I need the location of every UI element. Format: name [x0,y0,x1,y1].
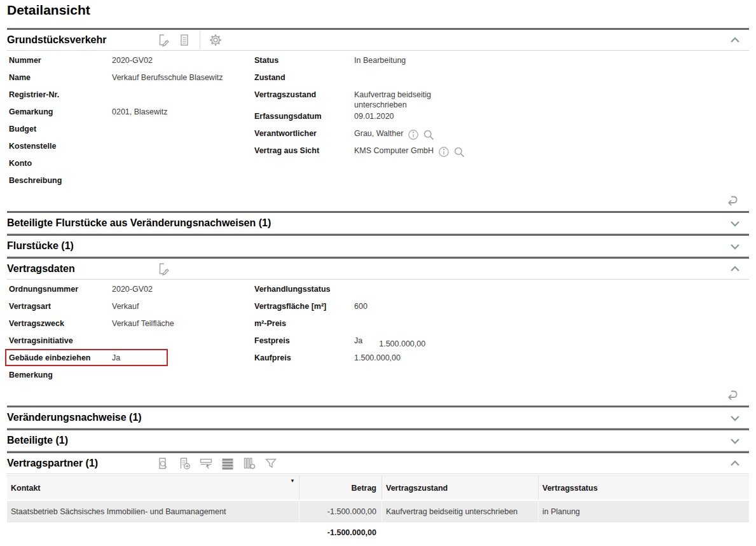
field-label: Bemerkung [9,370,112,380]
field-verhandlungsstatus: Verhandlungsstatus [254,283,749,300]
chevron-down-icon[interactable] [729,434,741,447]
gear-icon[interactable] [209,33,223,47]
document-icon[interactable] [177,33,191,47]
field-value: 09.01.2020 [354,111,394,121]
section-veraenderungsnachweise: Veränderungsnachweise (1) [7,406,749,428]
field-label: Verantwortlicher [254,128,354,139]
select-row-icon[interactable] [199,456,213,470]
section-header-flurstuecke[interactable]: Flurstücke (1) [7,234,749,257]
section-title: Vertragspartner (1) [7,458,98,469]
field-nummer: Nummer2020-GV02 [9,54,254,71]
field-label: Gebäude einbeziehen [9,353,112,363]
undo-arrow-icon[interactable] [725,193,741,207]
cell-vertragszustand: Kaufvertrag beidseitig unterschrieben [381,501,538,522]
column-header-kontakt[interactable]: Kontakt ▼ [7,476,299,500]
column-header-vertragszustand[interactable]: Vertragszustand [381,476,538,500]
chevron-up-icon[interactable] [729,457,741,470]
section-header-beteiligte[interactable]: Beteiligte (1) [7,428,749,451]
sort-desc-icon: ▼ [290,478,295,484]
section-grundstuecksverkehr: Grundstücksverkehr Nummer2020-GV02 NameV… [7,28,749,211]
field-vertragsflaeche: Vertragsfläche [m²]600 [254,300,749,317]
field-kostenstelle: Kostenstelle [9,140,254,157]
filter-icon[interactable] [264,456,278,470]
field-value-amount: 1.500.000,00 [379,339,425,349]
info-icon[interactable] [437,146,450,158]
field-value: In Bearbeitung [354,55,406,65]
field-value: Verkauf [112,301,139,311]
table-header-row: Kontakt ▼ Betrag Vertragszustand Vertrag… [7,475,749,501]
section-flurstuecke-vn: Beteiligte Flurstücke aus Veränderungsna… [7,211,749,234]
field-value: 600 [354,301,368,311]
chevron-up-icon[interactable] [729,34,741,46]
magnifier-icon[interactable] [422,128,435,141]
section-title: Beteiligte (1) [7,435,68,446]
table-row[interactable]: Staatsbetrieb Sächsisches Immobilien- un… [7,501,749,524]
field-bemerkung: Bemerkung [9,369,254,386]
field-ordnungsnummer: Ordnungsnummer2020-GV02 [9,283,254,300]
section-title: Beteiligte Flurstücke aus Veränderungsna… [7,217,271,229]
field-label: Ordnungsnummer [9,284,112,294]
column-header-vertragsstatus[interactable]: Vertragsstatus [538,476,749,500]
field-label: Gemarkung [9,107,112,117]
section-vertragspartner: Vertragspartner (1) Kontakt ▼ Betrag Ver… [7,451,749,539]
field-label: m²-Preis [254,318,354,329]
field-value: Ja [354,336,362,346]
field-konto: Konto [9,157,254,174]
field-label: Vertragsfläche [m²] [254,301,354,311]
magnifier-icon[interactable] [453,146,465,158]
info-icon[interactable] [407,128,420,141]
total-betrag: -1.500.000,00 [299,524,381,539]
total-spacer [7,524,299,539]
field-budget: Budget [9,123,254,140]
field-label: Nummer [9,55,112,65]
cell-vertragsstatus: in Planung [538,501,749,522]
page-export-icon[interactable] [177,456,191,470]
field-label: Kaufpreis [254,353,354,363]
cell-kontakt: Staatsbetrieb Sächsisches Immobilien- un… [7,501,299,522]
field-vertrag-aus-sicht: Vertrag aus Sicht KMS Computer GmbH [254,144,749,161]
field-label: Vertragszustand [254,90,354,100]
field-label: Name [9,72,112,83]
column-header-betrag[interactable]: Betrag [299,476,381,500]
section-header-grundstuecksverkehr[interactable]: Grundstücksverkehr [7,28,749,51]
stacked-rows-icon[interactable] [221,456,235,470]
field-gemarkung: Gemarkung0201, Blasewitz [9,106,254,123]
field-status: StatusIn Bearbeitung [254,54,749,71]
cell-betrag: -1.500.000,00 [299,501,381,522]
section-header-vertragspartner[interactable]: Vertragspartner (1) [7,451,749,474]
field-erfassungsdatum: Erfassungsdatum09.01.2020 [254,110,749,127]
chevron-down-icon[interactable] [729,240,741,252]
field-label: Registrier-Nr. [9,90,112,100]
undo-arrow-icon[interactable] [725,388,741,402]
chevron-up-icon[interactable] [729,263,741,275]
field-zustand: Zustand [254,71,749,88]
field-kaufpreis: Kaufpreis1.500.000,00 [254,351,749,369]
edit-icon[interactable] [156,33,170,47]
page-magnifier-icon[interactable] [156,456,170,470]
field-value: Grau, Walther [354,128,403,139]
field-value: 2020-GV02 [112,284,153,294]
field-label: Vertragszweck [9,318,112,329]
column-settings-icon[interactable] [242,456,256,470]
section-title: Grundstücksverkehr [7,34,107,46]
chevron-down-icon[interactable] [729,217,741,229]
field-m2-preis: m²-Preis [254,317,749,334]
field-gebaeude-einbeziehen: Gebäude einbeziehen Ja [9,351,254,369]
section-header-veraenderungsnachweise[interactable]: Veränderungsnachweise (1) [7,406,749,428]
column-header-label: Vertragsstatus [542,484,598,493]
section-header-vertragsdaten[interactable]: Vertragsdaten [7,257,749,280]
section-header-flurstuecke-vn[interactable]: Beteiligte Flurstücke aus Veränderungsna… [7,211,749,234]
field-value: 0201, Blasewitz [112,107,168,117]
field-value: KMS Computer GmbH [354,146,434,156]
field-label: Status [254,55,354,65]
edit-icon[interactable] [156,262,170,276]
vertragspartner-table: Kontakt ▼ Betrag Vertragszustand Vertrag… [7,475,749,539]
field-label: Beschreibung [9,175,112,186]
field-beschreibung: Beschreibung [9,174,254,191]
section-title: Veränderungsnachweise (1) [7,412,142,423]
field-label: Erfassungsdatum [254,111,354,121]
field-vertragszustand: VertragszustandKaufvertrag beidseitig un… [254,88,749,110]
chevron-down-icon[interactable] [729,411,741,424]
page-title: Detailansicht [7,0,749,28]
field-value: Verkauf Teilfläche [112,318,174,329]
